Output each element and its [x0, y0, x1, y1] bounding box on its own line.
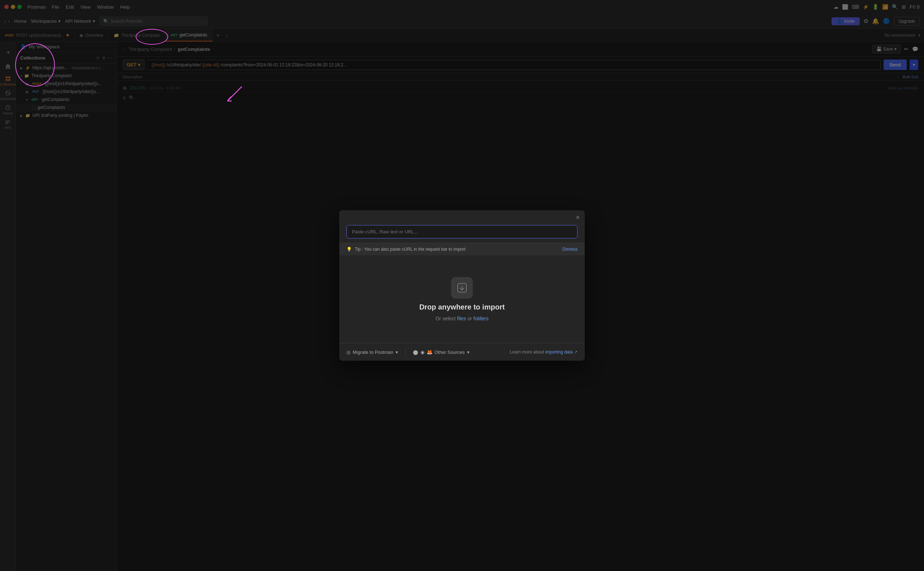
bitbucket-icon: ◉: [421, 350, 424, 355]
drop-svg: [456, 282, 468, 293]
import-input[interactable]: [347, 225, 577, 238]
gitlab-icon: 🦊: [427, 350, 432, 355]
drop-files-link[interactable]: files: [457, 316, 466, 321]
importing-data-link[interactable]: importing data: [545, 350, 573, 355]
footer-divider: [406, 349, 406, 356]
tip-text: 💡 Tip : You can also paste cURL in the r…: [347, 247, 466, 252]
other-sources-button[interactable]: ⬤ ◉ 🦊 Other Sources ▾: [413, 350, 470, 355]
modal-close-button[interactable]: ×: [576, 214, 580, 221]
modal-footer: ◎ Migrate to Postman ▾ ⬤ ◉ 🦊 Other Sourc…: [339, 343, 585, 361]
drop-title: Drop anywhere to import: [419, 303, 505, 311]
dismiss-button[interactable]: Dismiss: [562, 247, 577, 252]
import-circle-annotation: [136, 29, 168, 45]
modal-drop-area[interactable]: Drop anywhere to import Or select files …: [339, 255, 585, 343]
github-icon: ⬤: [413, 350, 418, 355]
migrate-chevron: ▾: [396, 350, 398, 355]
modal-input-area: [339, 225, 585, 243]
drop-subtitle: Or select files or folders: [435, 316, 488, 321]
import-modal-overlay[interactable]: × 💡 Tip : You can also paste cURL in the…: [0, 0, 924, 571]
migrate-button[interactable]: ◎ Migrate to Postman ▾: [347, 350, 398, 355]
drop-folders-link[interactable]: folders: [474, 316, 489, 321]
arrow-annotation: [220, 83, 249, 105]
lightbulb-icon: 💡: [347, 247, 352, 252]
drop-icon: [451, 277, 473, 299]
other-chevron: ▾: [467, 350, 470, 355]
learn-more-link[interactable]: Learn more about importing data ↗: [510, 350, 577, 355]
modal-tip-bar: 💡 Tip : You can also paste cURL in the r…: [339, 243, 585, 255]
modal-header: ×: [339, 210, 585, 225]
collections-circle-annotation: [15, 43, 55, 86]
import-modal: × 💡 Tip : You can also paste cURL in the…: [339, 210, 585, 361]
migrate-icon: ◎: [347, 350, 350, 355]
